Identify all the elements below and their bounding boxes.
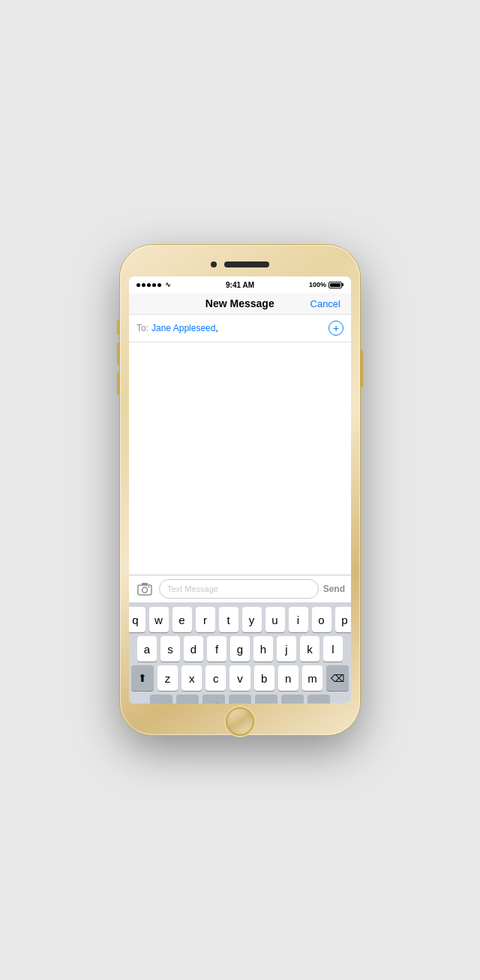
key-n[interactable]: n bbox=[278, 665, 298, 691]
key-y[interactable]: y bbox=[242, 607, 262, 632]
key-u[interactable]: u bbox=[266, 607, 285, 632]
status-bar: ∿ 9:41 AM 100% bbox=[129, 276, 351, 293]
delete-key[interactable]: ⌫ bbox=[326, 665, 349, 691]
wifi-icon: ∿ bbox=[165, 281, 171, 288]
signal-dot bbox=[147, 283, 151, 287]
keyboard-row-1: q w e r t y u i o p bbox=[131, 607, 349, 632]
svg-point-3 bbox=[148, 587, 150, 588]
status-left: ∿ bbox=[136, 281, 171, 288]
key-r[interactable]: r bbox=[196, 607, 215, 632]
battery-body bbox=[328, 282, 342, 288]
message-body[interactable] bbox=[129, 342, 351, 575]
power-button[interactable] bbox=[360, 350, 363, 387]
phone-bottom bbox=[129, 705, 351, 738]
keyboard-row-3: ⬆ z x c v b n m ⌫ bbox=[131, 665, 349, 691]
key-q[interactable]: q bbox=[129, 607, 146, 632]
keyboard: q w e r t y u i o p a s d f g h j k bbox=[129, 602, 351, 704]
key-e[interactable]: e bbox=[172, 607, 192, 632]
mic-key[interactable]: 🎤 bbox=[202, 695, 225, 704]
space-key[interactable]: space bbox=[229, 695, 251, 704]
mute-button[interactable] bbox=[117, 320, 120, 335]
key-a[interactable]: a bbox=[137, 636, 157, 662]
return-key[interactable]: return bbox=[308, 695, 330, 704]
signal-dots bbox=[136, 283, 161, 287]
battery-fill bbox=[330, 283, 340, 287]
message-placeholder: Text Message bbox=[167, 584, 218, 593]
signal-dot bbox=[152, 283, 156, 287]
cancel-button[interactable]: Cancel bbox=[310, 298, 340, 309]
input-toolbar: Text Message Send bbox=[129, 575, 351, 602]
key-l[interactable]: l bbox=[323, 636, 343, 662]
emoji-key[interactable]: ☺ bbox=[176, 695, 199, 704]
speaker-grille bbox=[224, 261, 269, 267]
camera-button[interactable] bbox=[135, 579, 154, 599]
message-input[interactable]: Text Message bbox=[159, 579, 319, 599]
recipient-chip[interactable]: Jane Appleseed bbox=[152, 323, 215, 333]
status-right: 100% bbox=[309, 281, 344, 288]
add-recipient-button[interactable]: + bbox=[328, 321, 344, 336]
key-x[interactable]: x bbox=[182, 665, 202, 691]
key-i[interactable]: i bbox=[289, 607, 308, 632]
to-label: To: bbox=[136, 323, 148, 333]
svg-point-1 bbox=[142, 587, 148, 593]
nav-title: New Message bbox=[206, 297, 274, 309]
nav-bar: New Message Cancel bbox=[129, 293, 351, 315]
at-key[interactable]: @ bbox=[255, 695, 278, 704]
key-v[interactable]: v bbox=[230, 665, 250, 691]
key-o[interactable]: o bbox=[312, 607, 332, 632]
numbers-key[interactable]: 123 bbox=[150, 695, 172, 704]
status-time: 9:41 AM bbox=[226, 281, 254, 289]
period-key[interactable]: . bbox=[281, 695, 304, 704]
phone-frame: ∿ 9:41 AM 100% New Message Cancel To: bbox=[120, 245, 360, 735]
key-g[interactable]: g bbox=[230, 636, 250, 662]
key-j[interactable]: j bbox=[277, 636, 296, 662]
key-k[interactable]: k bbox=[300, 636, 320, 662]
volume-up-button[interactable] bbox=[117, 342, 120, 365]
key-w[interactable]: w bbox=[149, 607, 169, 632]
svg-rect-2 bbox=[142, 583, 148, 585]
phone-screen: ∿ 9:41 AM 100% New Message Cancel To: bbox=[129, 276, 351, 704]
shift-key[interactable]: ⬆ bbox=[131, 665, 154, 691]
keyboard-row-2: a s d f g h j k l bbox=[131, 636, 349, 662]
signal-dot bbox=[142, 283, 146, 287]
top-bar bbox=[129, 254, 351, 275]
key-d[interactable]: d bbox=[184, 636, 203, 662]
camera-dot bbox=[211, 261, 217, 267]
key-m[interactable]: m bbox=[302, 665, 322, 691]
keyboard-row-4: 123 ☺ 🎤 space @ . return bbox=[131, 695, 349, 704]
key-t[interactable]: t bbox=[219, 607, 238, 632]
signal-dot bbox=[158, 283, 161, 287]
key-p[interactable]: p bbox=[335, 607, 352, 632]
key-f[interactable]: f bbox=[207, 636, 226, 662]
battery-percent: 100% bbox=[309, 281, 326, 288]
key-s[interactable]: s bbox=[160, 636, 180, 662]
battery-icon bbox=[328, 282, 344, 288]
key-h[interactable]: h bbox=[254, 636, 273, 662]
to-field[interactable]: To: Jane Appleseed , + bbox=[129, 315, 351, 342]
battery-tip bbox=[342, 283, 344, 286]
signal-dot bbox=[136, 283, 140, 287]
home-button[interactable] bbox=[226, 707, 254, 736]
volume-down-button[interactable] bbox=[117, 372, 120, 395]
key-z[interactable]: z bbox=[158, 665, 178, 691]
to-comma: , bbox=[215, 323, 218, 333]
key-b[interactable]: b bbox=[254, 665, 274, 691]
send-button[interactable]: Send bbox=[323, 584, 345, 594]
key-c[interactable]: c bbox=[206, 665, 226, 691]
